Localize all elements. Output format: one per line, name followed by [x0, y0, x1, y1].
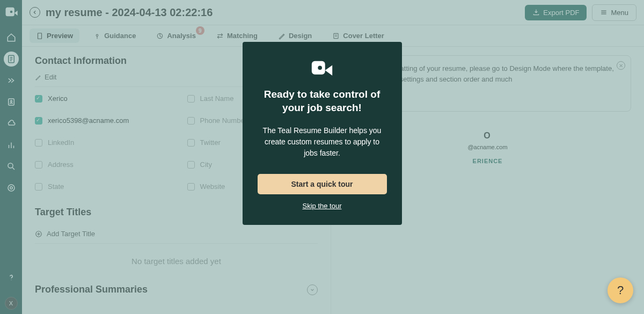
svg-point-28	[318, 65, 322, 70]
modal-title: Ready to take control of your job search…	[258, 88, 387, 114]
start-tour-button[interactable]: Start a quick tour	[258, 174, 387, 194]
modal-overlay[interactable]: Ready to take control of your job search…	[0, 0, 644, 314]
help-fab[interactable]: ?	[608, 278, 633, 303]
tour-modal: Ready to take control of your job search…	[243, 42, 402, 225]
modal-logo	[310, 59, 334, 78]
skip-tour-link[interactable]: Skip the tour	[258, 202, 387, 210]
modal-description: The Teal Resume Builder helps you create…	[258, 125, 387, 159]
